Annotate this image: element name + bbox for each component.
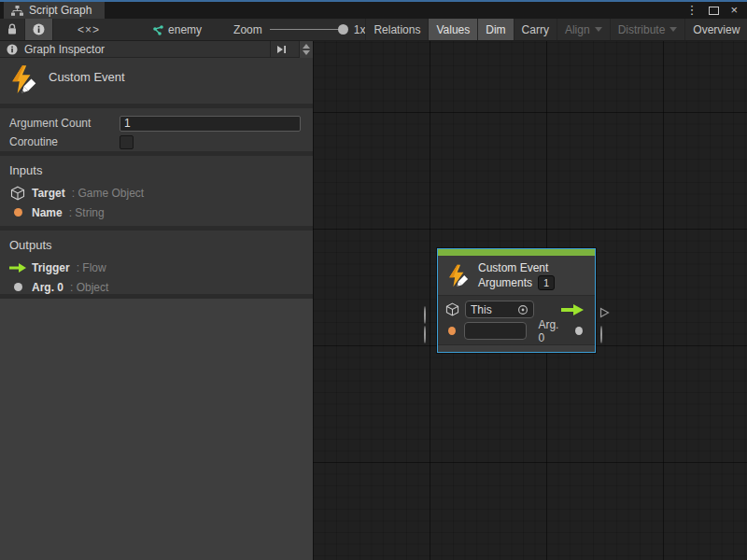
- maximize-icon[interactable]: [709, 7, 719, 15]
- tab-script-graph[interactable]: Script Graph: [4, 2, 105, 19]
- zoom-slider-handle[interactable]: [338, 24, 348, 35]
- inputs-heading: Inputs: [0, 161, 313, 183]
- graph-inspector-title: Graph Inspector: [24, 43, 105, 56]
- port-circle-icon: [600, 326, 602, 343]
- zoom-value: 1x: [354, 23, 366, 36]
- flow-output-arrow-icon[interactable]: [561, 304, 584, 315]
- input-port-target[interactable]: [424, 307, 426, 324]
- object-picker-icon[interactable]: [517, 304, 529, 315]
- node-title: Custom Event: [478, 261, 555, 274]
- argument-count-label: Argument Count: [9, 117, 120, 130]
- chevron-down-icon: [595, 27, 602, 32]
- title-bar: Script Graph ⋮ ×: [0, 0, 747, 19]
- chevron-down-icon: [669, 27, 677, 32]
- inspector-empty-area: [0, 294, 313, 560]
- zoom-label: Zoom: [233, 23, 262, 36]
- port-type: : Game Object: [72, 187, 144, 200]
- main-area: Graph Inspector: [0, 41, 747, 560]
- tab-title: Script Graph: [29, 4, 92, 17]
- stepper-up-icon[interactable]: [303, 44, 310, 49]
- graph-toolbar: <×> enemy Zoom 1x Relations Values: [0, 19, 747, 41]
- node-row-arg0: Arg. 0: [438, 320, 595, 342]
- distribute-label: Distribute: [618, 23, 666, 36]
- close-icon[interactable]: ×: [730, 3, 738, 18]
- info-icon: [7, 44, 18, 55]
- inspector-toggle-button[interactable]: [25, 19, 53, 40]
- outputs-section: Outputs Trigger : Flow Arg. 0 : Object: [0, 231, 313, 294]
- graph-inspector-panel: Graph Inspector: [0, 41, 313, 560]
- info-icon: [33, 23, 45, 35]
- node-header[interactable]: Custom Event Arguments 1: [438, 256, 595, 296]
- target-dropdown[interactable]: This: [465, 301, 534, 318]
- values-label: Values: [436, 23, 470, 36]
- window-menu-icon[interactable]: ⋮: [685, 3, 698, 18]
- port-row-target: Target : Game Object: [0, 183, 313, 203]
- align-label: Align: [565, 23, 590, 36]
- custom-event-icon: [7, 63, 39, 95]
- argument-count-row: Argument Count: [0, 114, 313, 133]
- code-icon: <×>: [78, 23, 100, 36]
- output-port-arg0[interactable]: [600, 327, 602, 343]
- inputs-section: Inputs Target : Game Object Name : Strin…: [0, 156, 313, 226]
- port-row-name: Name : String: [0, 203, 313, 222]
- string-port-icon[interactable]: [448, 327, 456, 335]
- node-arguments-value[interactable]: 1: [538, 275, 555, 290]
- carry-button[interactable]: Carry: [514, 19, 557, 40]
- port-type: : Flow: [77, 261, 106, 274]
- object-port-icon[interactable]: [575, 327, 583, 335]
- node-event-colorbar: [438, 249, 595, 256]
- overview-button[interactable]: Overview: [685, 19, 747, 40]
- dim-label: Dim: [486, 23, 505, 36]
- cube-icon: [10, 186, 25, 201]
- name-input[interactable]: [464, 322, 527, 340]
- input-port-name[interactable]: [424, 327, 426, 343]
- dock-icon: [276, 45, 287, 54]
- lock-icon: [7, 23, 17, 35]
- port-triangle-icon: [599, 307, 610, 318]
- flow-arrow-icon: [9, 263, 26, 273]
- graph-network-icon: [150, 24, 163, 35]
- graph-inspector-header: Graph Inspector: [0, 41, 313, 58]
- unit-title-section: Custom Event: [0, 58, 313, 104]
- unit-settings-section: Argument Count Coroutine: [0, 108, 313, 151]
- custom-event-node[interactable]: Custom Event Arguments 1: [437, 248, 596, 353]
- coroutine-label: Coroutine: [9, 135, 120, 148]
- distribute-button[interactable]: Distribute: [611, 19, 686, 40]
- graph-canvas[interactable]: Custom Event Arguments 1: [313, 41, 747, 560]
- dock-panel-button[interactable]: [270, 41, 292, 58]
- window-controls: ⋮ ×: [685, 2, 747, 19]
- overview-label: Overview: [693, 23, 740, 36]
- script-graph-window: Script Graph ⋮ × <×>: [0, 0, 747, 560]
- dim-button[interactable]: Dim: [478, 19, 514, 40]
- port-circle-icon: [424, 326, 426, 343]
- node-footer: [438, 344, 595, 352]
- stepper-down-icon[interactable]: [303, 50, 310, 55]
- arg0-label: Arg. 0: [538, 318, 565, 344]
- lock-button[interactable]: [0, 19, 25, 40]
- panel-stepper[interactable]: [299, 41, 313, 58]
- cube-icon: [445, 302, 459, 316]
- values-button[interactable]: Values: [429, 19, 478, 40]
- argument-count-input[interactable]: [120, 116, 301, 132]
- port-row-trigger: Trigger : Flow: [0, 258, 313, 277]
- port-name: Arg. 0: [32, 281, 63, 294]
- carry-label: Carry: [522, 23, 549, 36]
- graph-name: enemy: [168, 23, 202, 36]
- align-button[interactable]: Align: [557, 19, 611, 40]
- code-preview-button[interactable]: <×>: [70, 19, 107, 40]
- graph-breadcrumb[interactable]: enemy: [143, 19, 209, 40]
- zoom-slider[interactable]: [270, 29, 346, 30]
- zoom-control: Zoom 1x: [233, 19, 365, 40]
- coroutine-checkbox[interactable]: [120, 135, 134, 149]
- target-value: This: [471, 303, 517, 316]
- toolbar-right-group: Relations Values Dim Carry Align Distrib…: [365, 19, 747, 40]
- port-type: : Object: [70, 281, 108, 294]
- script-graph-icon: [11, 6, 23, 16]
- port-type: : String: [69, 206, 105, 219]
- relations-button[interactable]: Relations: [365, 19, 429, 40]
- relations-label: Relations: [374, 23, 420, 36]
- custom-event-icon: [445, 263, 471, 288]
- output-port-trigger[interactable]: [599, 305, 610, 322]
- custom-event-node-wrap: Custom Event Arguments 1: [437, 248, 596, 353]
- node-arguments-label: Arguments: [478, 276, 532, 289]
